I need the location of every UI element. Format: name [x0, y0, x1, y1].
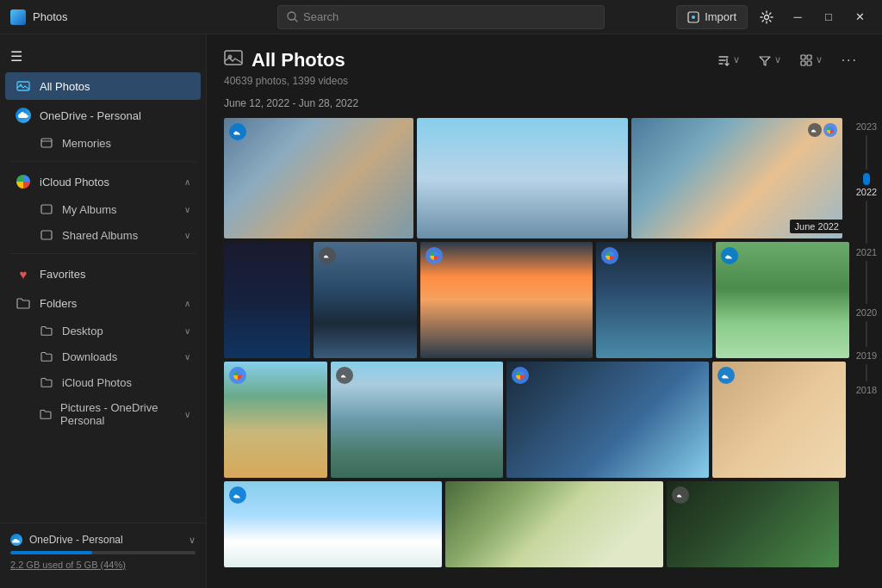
- icloud-folder-label: iCloud Photos: [62, 376, 132, 389]
- favorites-icon: ♥: [16, 266, 31, 282]
- sidebar-item-desktop[interactable]: Desktop ∨: [5, 319, 201, 343]
- close-button[interactable]: ✕: [848, 5, 872, 29]
- maximize-button[interactable]: □: [817, 5, 841, 29]
- pictures-onedrive-chevron: ∨: [184, 410, 190, 419]
- photo-badge-google: [512, 367, 529, 384]
- desktop-chevron: ∨: [184, 326, 190, 336]
- timeline-track: [866, 364, 867, 381]
- storage-bar: [10, 551, 196, 554]
- photo-cell[interactable]: [224, 481, 442, 567]
- import-button[interactable]: Import: [676, 5, 748, 29]
- content-header: All Photos ∨ ∨: [207, 34, 882, 118]
- photo-cell[interactable]: [420, 242, 593, 358]
- svg-rect-9: [41, 231, 52, 239]
- shared-albums-icon: [40, 228, 53, 242]
- icloud-label: iCloud Photos: [40, 176, 109, 189]
- sort-icon: [717, 54, 730, 66]
- svg-rect-13: [807, 55, 811, 59]
- pictures-onedrive-label: Pictures - OneDrive Personal: [60, 401, 176, 427]
- photo-cell[interactable]: [506, 362, 709, 478]
- sidebar-hamburger[interactable]: ☰: [0, 41, 206, 71]
- titlebar: Photos Search Import ─ □ ✕: [0, 0, 882, 34]
- sidebar-item-my-albums[interactable]: My Albums ∨: [5, 197, 201, 221]
- photo-row-2: [224, 242, 849, 358]
- photo-cell[interactable]: [224, 242, 310, 358]
- sidebar-footer: OneDrive - Personal ∨ 2.2 GB used of 5 G…: [0, 523, 206, 581]
- timeline-year-2020[interactable]: 2020: [856, 307, 877, 318]
- filter-icon: [759, 54, 771, 66]
- photo-cell[interactable]: [667, 481, 839, 567]
- storage-cloud-icon: [10, 534, 22, 546]
- sidebar-item-pictures-onedrive[interactable]: Pictures - OneDrive Personal ∨: [5, 396, 201, 432]
- photo-cell[interactable]: [224, 362, 327, 478]
- photo-badge-google: [425, 247, 443, 264]
- timeline-year-2023[interactable]: 2023: [856, 121, 877, 132]
- photo-cell[interactable]: [331, 362, 503, 478]
- pictures-onedrive-icon: [40, 407, 52, 421]
- photo-cell[interactable]: [445, 481, 663, 567]
- sidebar-item-memories[interactable]: Memories: [5, 131, 201, 155]
- svg-rect-14: [801, 61, 805, 65]
- sidebar-item-downloads[interactable]: Downloads ∨: [5, 344, 201, 368]
- sidebar-item-folders[interactable]: Folders ∧: [5, 289, 201, 317]
- filter-button[interactable]: ∨: [752, 51, 788, 70]
- photo-cell[interactable]: [224, 118, 413, 238]
- photo-cell[interactable]: [596, 242, 712, 358]
- photo-badge-icloud: [336, 367, 353, 384]
- minimize-button[interactable]: ─: [786, 5, 810, 29]
- app-info: Photos: [10, 9, 277, 25]
- icloud-chevron: ∧: [184, 177, 190, 187]
- photo-cell[interactable]: [712, 362, 846, 478]
- sidebar-item-all-photos[interactable]: All Photos: [5, 72, 201, 100]
- photo-badge-multi: [808, 123, 837, 137]
- desktop-label: Desktop: [62, 325, 103, 337]
- sidebar-item-icloud[interactable]: iCloud Photos ∧: [5, 168, 201, 195]
- photo-cell[interactable]: June 2022: [631, 118, 842, 238]
- memories-label: Memories: [62, 137, 111, 150]
- all-photos-icon: [16, 78, 31, 94]
- sidebar-sep-2: [10, 253, 196, 254]
- photo-badge-google: [229, 367, 246, 384]
- photo-cell[interactable]: [314, 242, 417, 358]
- photo-row-3: [224, 362, 849, 478]
- settings-button[interactable]: [755, 5, 779, 29]
- onedrive-label: OneDrive - Personal: [40, 109, 141, 122]
- photo-row-4: [224, 481, 849, 567]
- search-placeholder: Search: [303, 10, 339, 23]
- photo-badge-onedrive: [229, 123, 246, 140]
- storage-label: OneDrive - Personal: [29, 534, 182, 546]
- timeline-active-label: June 2022: [790, 220, 842, 233]
- more-dots: ···: [842, 53, 858, 68]
- favorites-label: Favorites: [40, 268, 85, 281]
- search-bar[interactable]: Search: [277, 5, 605, 29]
- folders-label: Folders: [40, 297, 77, 310]
- timeline-year-2019[interactable]: 2019: [856, 350, 877, 361]
- downloads-chevron: ∨: [184, 352, 190, 362]
- icloud-photo-icon: [16, 174, 31, 189]
- svg-rect-7: [41, 139, 52, 147]
- import-icon: [687, 11, 699, 23]
- sort-button[interactable]: ∨: [711, 51, 747, 70]
- app-title: Photos: [33, 10, 67, 23]
- svg-rect-15: [807, 61, 811, 65]
- photo-cell[interactable]: [417, 118, 628, 238]
- timeline-year-2018[interactable]: 2018: [856, 385, 877, 395]
- content-actions: ∨ ∨ ∨: [711, 49, 865, 71]
- more-options-button[interactable]: ···: [835, 49, 865, 71]
- photo-cell[interactable]: [716, 242, 849, 358]
- titlebar-actions: Import ─ □ ✕: [605, 5, 872, 29]
- sidebar-item-favorites[interactable]: ♥ Favorites: [5, 260, 201, 288]
- timeline-active-indicator[interactable]: [863, 173, 870, 185]
- timeline-track: [866, 201, 867, 244]
- timeline-year-2022[interactable]: 2022: [856, 187, 877, 197]
- sidebar-item-shared-albums[interactable]: Shared Albums ∨: [5, 223, 201, 247]
- sidebar-item-icloud-folder[interactable]: iCloud Photos: [5, 370, 201, 394]
- sidebar: ☰ All Photos OneDrive - Perso: [0, 34, 207, 588]
- sidebar-sep-1: [10, 161, 196, 162]
- svg-rect-8: [41, 205, 52, 214]
- storage-text[interactable]: 2.2 GB used of 5 GB (44%): [10, 560, 126, 570]
- timeline-year-2021[interactable]: 2021: [856, 247, 877, 257]
- view-toggle-button[interactable]: ∨: [793, 51, 829, 70]
- sidebar-item-onedrive[interactable]: OneDrive - Personal: [5, 102, 201, 129]
- memories-icon: [40, 136, 53, 150]
